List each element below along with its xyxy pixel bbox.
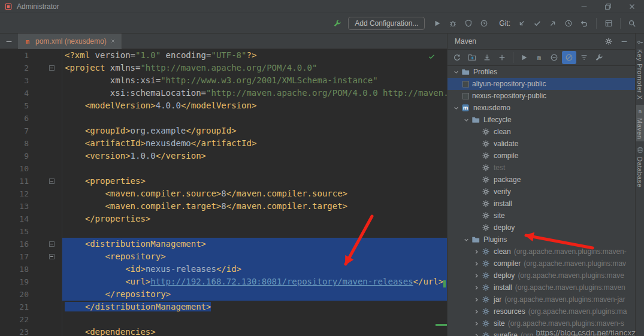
fold-marker-icon[interactable] — [49, 178, 55, 184]
code-line-21[interactable]: 21 </distributionManagement> — [0, 301, 447, 313]
download-sources-button[interactable] — [480, 51, 494, 64]
chevron-right-icon[interactable] — [471, 332, 481, 336]
code-line-12[interactable]: 12 <maven.compiler.source>8</maven.compi… — [0, 187, 447, 200]
tree-item-nexusdemo[interactable]: mnexusdemo — [448, 102, 635, 114]
code-line-3[interactable]: 3 xmlns:xsi="http://www.w3.org/2001/XMLS… — [0, 74, 447, 87]
git-update-button[interactable] — [515, 17, 529, 30]
maven-settings-button[interactable] — [592, 51, 606, 64]
close-button[interactable] — [620, 0, 644, 13]
chevron-down-icon[interactable] — [461, 237, 471, 243]
code-line-17[interactable]: 17 <repository> — [0, 250, 447, 263]
code-line-20[interactable]: 20 </repository> — [0, 288, 447, 301]
chevron-right-icon[interactable] — [471, 308, 481, 315]
close-icon[interactable] — [110, 37, 117, 46]
code-line-6[interactable]: 6 — [0, 112, 447, 125]
skip-tests-button[interactable] — [562, 51, 576, 64]
generate-sources-button[interactable] — [465, 51, 479, 64]
tree-item-goal-install[interactable]: install — [448, 198, 635, 210]
code-line-11[interactable]: 11 <properties> — [0, 175, 447, 187]
chevron-right-icon[interactable] — [471, 273, 481, 279]
code-line-1[interactable]: 1<?xml version="1.0" encoding="UTF-8"?> — [0, 49, 447, 62]
profile-checkbox[interactable] — [462, 81, 469, 87]
chevron-right-icon[interactable] — [471, 249, 481, 255]
build-wrench-icon[interactable] — [331, 19, 344, 28]
chevron-right-icon[interactable] — [471, 320, 481, 327]
tree-item-goal-test[interactable]: test — [448, 162, 635, 174]
restore-button[interactable] — [596, 0, 620, 13]
chevron-right-icon[interactable] — [471, 296, 481, 303]
tree-item-plugin-jar[interactable]: jar(org.apache.maven.plugins:maven-jar — [448, 293, 635, 305]
code-line-13[interactable]: 13 <maven.compiler.target>8</maven.compi… — [0, 200, 447, 213]
tree-item-goal-validate[interactable]: validate — [448, 138, 635, 150]
tree-item-goal-clean[interactable]: clean — [448, 126, 635, 138]
tree-item-goal-site[interactable]: site — [448, 210, 635, 222]
search-everywhere-button[interactable] — [625, 17, 639, 30]
hide-panel-button[interactable] — [617, 35, 631, 48]
chevron-down-icon[interactable] — [451, 105, 461, 111]
profile-checkbox[interactable] — [462, 93, 469, 99]
code-line-8[interactable]: 8 <artifactId>nexusdemo</artifactId> — [0, 137, 447, 150]
git-commit-button[interactable] — [530, 17, 545, 30]
code-editor[interactable]: 1<?xml version="1.0" encoding="UTF-8"?>2… — [0, 49, 447, 336]
maven-settings-gear-button[interactable] — [601, 35, 616, 48]
tree-item-lifecycle[interactable]: Lifecycle — [448, 114, 635, 126]
code-line-10[interactable]: 10 — [0, 162, 447, 175]
coverage-button[interactable] — [461, 17, 476, 30]
filter-button[interactable] — [577, 51, 591, 64]
chevron-right-icon[interactable] — [471, 261, 481, 267]
debug-button[interactable] — [446, 17, 460, 30]
tree-item-goal-verify[interactable]: verify — [448, 186, 635, 198]
run-goal-button[interactable] — [517, 51, 531, 64]
add-configuration-button[interactable]: Add Configuration... — [348, 17, 425, 30]
stripe-tab-maven[interactable]: mMaven — [636, 105, 644, 142]
chevron-down-icon[interactable] — [451, 69, 461, 75]
tree-item-goal-package[interactable]: package — [448, 174, 635, 186]
offline-mode-button[interactable] — [547, 51, 561, 64]
execute-goal-button[interactable]: m — [532, 51, 546, 64]
editor-tab-pom-xml[interactable]: m pom.xml (nexusdemo) — [18, 34, 122, 49]
tree-item-plugin-resources[interactable]: resources(org.apache.maven.plugins:ma — [448, 305, 635, 317]
tree-item-profile-aliyun[interactable]: aliyun-repository-public — [448, 78, 635, 90]
code-line-16[interactable]: 16 <distributionManagement> — [0, 238, 447, 250]
git-history-button[interactable] — [561, 17, 576, 30]
add-maven-project-button[interactable] — [495, 51, 509, 64]
tree-item-plugins[interactable]: Plugins — [448, 234, 635, 246]
reimport-button[interactable] — [450, 51, 464, 64]
code-line-14[interactable]: 14 </properties> — [0, 213, 447, 225]
chevron-right-icon[interactable] — [471, 284, 481, 291]
code-line-19[interactable]: 19 <url>http://192.168.72.130:8081/repos… — [0, 276, 447, 288]
tree-item-plugin-clean[interactable]: clean(org.apache.maven.plugins:maven- — [448, 246, 635, 258]
code-line-15[interactable]: 15 — [0, 225, 447, 238]
code-line-22[interactable]: 22 — [0, 313, 447, 326]
profiler-button[interactable] — [477, 17, 491, 30]
fold-marker-icon[interactable] — [49, 65, 55, 71]
gear-icon — [604, 37, 613, 46]
tree-item-profile-nexus[interactable]: nexus-repository-public — [448, 90, 635, 102]
structure-button[interactable] — [601, 17, 616, 30]
stripe-tab-key-promoter-x[interactable]: Key Promoter X — [636, 36, 644, 102]
tree-item-plugin-compiler[interactable]: compiler(org.apache.maven.plugins:mav — [448, 258, 635, 270]
run-button[interactable] — [430, 17, 445, 30]
tree-item-profiles[interactable]: Profiles — [448, 66, 635, 78]
code-line-2[interactable]: 2<project xmlns="http://maven.apache.org… — [0, 62, 447, 74]
hide-tabs-icon[interactable] — [5, 37, 13, 46]
git-rollback-button[interactable] — [577, 17, 591, 30]
code-line-23[interactable]: 23 <dependencies> — [0, 326, 447, 336]
tree-item-goal-compile[interactable]: compile — [448, 150, 635, 162]
code-line-18[interactable]: 18 <id>nexus-releases</id> — [0, 263, 447, 276]
tree-item-plugin-deploy[interactable]: deploy(org.apache.maven.plugins:mave — [448, 270, 635, 281]
inspections-ok-icon[interactable] — [427, 52, 436, 61]
tree-item-plugin-install[interactable]: install(org.apache.maven.plugins:maven — [448, 281, 635, 293]
stripe-tab-database[interactable]: Database — [636, 144, 644, 190]
tree-item-goal-deploy[interactable]: deploy — [448, 222, 635, 234]
code-line-7[interactable]: 7 <groupId>org.example</groupId> — [0, 125, 447, 137]
fold-marker-icon[interactable] — [49, 254, 55, 259]
minimize-button[interactable] — [572, 0, 596, 13]
chevron-down-icon[interactable] — [461, 117, 471, 123]
tree-item-plugin-site[interactable]: site(org.apache.maven.plugins:maven-s — [448, 317, 635, 329]
git-push-button[interactable] — [546, 17, 560, 30]
fold-marker-icon[interactable] — [49, 241, 55, 247]
code-line-4[interactable]: 4 xsi:schemaLocation="http://maven.apach… — [0, 87, 447, 99]
code-line-9[interactable]: 9 <version>1.0.0</version> — [0, 150, 447, 162]
code-line-5[interactable]: 5 <modelVersion>4.0.0</modelVersion> — [0, 99, 447, 112]
